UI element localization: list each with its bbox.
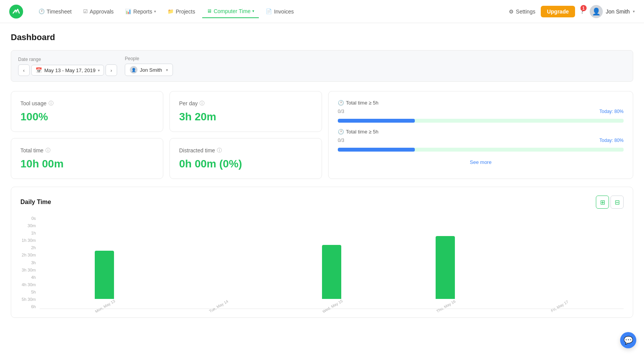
- nav-right: ⚙ Settings Upgrade ? 1 👤 Jon Smith ▾: [509, 5, 635, 18]
- chart-bars-wrap: Mon, May 13 Tue, May 14 Wed, May 15: [40, 216, 624, 309]
- tool-usage-help-icon[interactable]: ⓘ: [49, 100, 54, 107]
- computer-time-chevron-icon: ▾: [252, 9, 254, 13]
- invoices-icon: 📄: [266, 8, 272, 14]
- tool-usage-label: Tool usage ⓘ: [20, 100, 154, 107]
- people-group: People 👤 Jon Smith ▾: [125, 56, 173, 76]
- date-range-value: May 13 - May 17, 2019: [44, 67, 96, 73]
- bar-fri: Fri, May 17: [502, 298, 616, 309]
- chart-bars: Mon, May 13 Tue, May 14 Wed, May 15: [40, 216, 624, 309]
- chart-y-axis: 6h 5h 30m 5h 4h 30m 4h 3h 30m 3h 2h 30m …: [20, 216, 40, 309]
- nav-links: 🕐 Timesheet ☑ Approvals 📊 Reports ▾ 📁 Pr…: [34, 5, 509, 18]
- nav-approvals[interactable]: ☑ Approvals: [79, 5, 118, 18]
- goal-item-2: 🕐 Total time ≥ 5h 0/3 Today: 80%: [338, 129, 624, 152]
- date-range-group: Date range ‹ 📅 May 13 - May 17, 2019 ▾ ›: [18, 57, 117, 76]
- bar-tue-label: Tue, May 14: [207, 296, 229, 313]
- daily-time-section: Daily Time ⊞ ⊟ 6h 5h 30m 5h 4h 30m 4h 3h…: [11, 187, 633, 318]
- bar-wed-fill[interactable]: [322, 245, 341, 299]
- nav-invoices-label: Invoices: [274, 8, 293, 15]
- people-chevron-icon: ▾: [166, 68, 168, 72]
- settings-icon: ⚙: [509, 8, 514, 15]
- chart-container: 6h 5h 30m 5h 4h 30m 4h 3h 30m 3h 2h 30m …: [20, 216, 624, 309]
- goal-1-ratio: 0/3: [338, 109, 344, 114]
- distracted-time-help-icon[interactable]: ⓘ: [217, 147, 222, 154]
- goal-1-header: 🕐 Total time ≥ 5h: [338, 100, 624, 106]
- goal-2-today: Today: 80%: [599, 138, 624, 143]
- nav-reports[interactable]: 📊 Reports ▾: [121, 5, 161, 18]
- approvals-icon: ☑: [83, 8, 88, 14]
- goal-1-progress-fill: [338, 119, 415, 123]
- page-content: Dashboard Date range ‹ 📅 May 13 - May 17…: [0, 23, 644, 327]
- total-time-help-icon[interactable]: ⓘ: [45, 147, 50, 154]
- user-name: Jon Smith: [606, 8, 630, 15]
- nav-invoices[interactable]: 📄 Invoices: [261, 5, 298, 18]
- filter-bar: Date range ‹ 📅 May 13 - May 17, 2019 ▾ ›…: [11, 50, 633, 82]
- nav-timesheet[interactable]: 🕐 Timesheet: [34, 5, 76, 18]
- bar-thu: Thu, May 16: [389, 236, 502, 309]
- nav-reports-label: Reports: [133, 8, 152, 15]
- per-day-value: 3h 20m: [179, 111, 312, 123]
- goal-2-title: 🕐 Total time ≥ 5h: [338, 129, 378, 135]
- stats-grid: Tool usage ⓘ 100% Total time ⓘ 10h 00m P…: [11, 91, 633, 179]
- navbar: 🕐 Timesheet ☑ Approvals 📊 Reports ▾ 📁 Pr…: [0, 0, 644, 23]
- nav-approvals-label: Approvals: [90, 8, 114, 15]
- bar-thu-label: Thu, May 16: [434, 296, 456, 313]
- nav-computer-time[interactable]: 🖥 Computer Time ▾: [202, 5, 259, 18]
- grid-view-button[interactable]: ⊞: [596, 196, 609, 209]
- stat-total-time: Total time ⓘ 10h 00m: [11, 138, 163, 179]
- page-title: Dashboard: [11, 32, 633, 42]
- clock-icon-1: 🕐: [338, 100, 344, 106]
- see-more-link[interactable]: See more: [338, 158, 624, 165]
- notification-badge: 1: [580, 5, 587, 11]
- people-selector[interactable]: 👤 Jon Smith ▾: [125, 64, 173, 76]
- settings-link[interactable]: ⚙ Settings: [509, 8, 535, 15]
- nav-projects-label: Projects: [176, 8, 195, 15]
- date-chevron-icon: ▾: [98, 68, 100, 73]
- goal-1-progress-bg: [338, 119, 624, 123]
- bar-mon-fill[interactable]: [95, 251, 114, 299]
- goals-card: 🕐 Total time ≥ 5h 0/3 Today: 80% 🕐: [328, 91, 633, 179]
- projects-icon: 📁: [168, 8, 174, 14]
- settings-label: Settings: [516, 8, 535, 15]
- bar-wed: Wed, May 15: [275, 245, 388, 309]
- nav-timesheet-label: Timesheet: [47, 8, 72, 15]
- reports-icon: 📊: [125, 8, 131, 14]
- goal-2-header: 🕐 Total time ≥ 5h: [338, 129, 624, 135]
- date-range-label: Date range: [18, 57, 117, 62]
- upgrade-button[interactable]: Upgrade: [541, 6, 575, 17]
- reports-chevron-icon: ▾: [154, 9, 156, 13]
- svg-point-1: [15, 10, 18, 13]
- goal-2-progress-bg: [338, 148, 624, 152]
- daily-time-title: Daily Time: [20, 199, 51, 206]
- view-toggle: ⊞ ⊟: [596, 196, 624, 209]
- avatar: 👤: [590, 5, 603, 18]
- notification-bell[interactable]: ? 1: [580, 7, 584, 15]
- stat-per-day: Per day ⓘ 3h 20m: [169, 91, 322, 132]
- goal-item-1: 🕐 Total time ≥ 5h 0/3 Today: 80%: [338, 100, 624, 123]
- total-time-label: Total time ⓘ: [20, 147, 154, 154]
- per-day-help-icon[interactable]: ⓘ: [200, 100, 205, 107]
- nav-projects[interactable]: 📁 Projects: [163, 5, 200, 18]
- date-range-selector[interactable]: 📅 May 13 - May 17, 2019 ▾: [31, 65, 104, 76]
- people-value: Jon Smith: [140, 67, 162, 73]
- user-chevron-icon: ▾: [633, 9, 635, 13]
- nav-computer-time-label: Computer Time: [214, 8, 251, 14]
- date-prev-button[interactable]: ‹: [18, 64, 30, 76]
- calendar-icon: 📅: [35, 67, 42, 73]
- table-view-button[interactable]: ⊟: [610, 196, 624, 209]
- bar-thu-fill[interactable]: [436, 236, 455, 299]
- tool-usage-value: 100%: [20, 111, 154, 123]
- bar-tue: Tue, May 14: [161, 298, 275, 309]
- stat-tool-usage: Tool usage ⓘ 100%: [11, 91, 163, 132]
- logo[interactable]: [9, 5, 23, 19]
- date-next-button[interactable]: ›: [106, 64, 117, 76]
- distracted-time-label: Distracted time ⓘ: [179, 147, 312, 154]
- per-day-label: Per day ⓘ: [179, 100, 312, 107]
- goal-2-progress-fill: [338, 148, 415, 152]
- goal-1-today: Today: 80%: [599, 109, 624, 114]
- timesheet-icon: 🕐: [39, 8, 45, 14]
- people-avatar: 👤: [130, 66, 138, 74]
- bar-mon: Mon, May 13: [47, 251, 161, 309]
- people-label: People: [125, 56, 173, 61]
- user-menu[interactable]: 👤 Jon Smith ▾: [590, 5, 635, 18]
- clock-icon-2: 🕐: [338, 129, 344, 135]
